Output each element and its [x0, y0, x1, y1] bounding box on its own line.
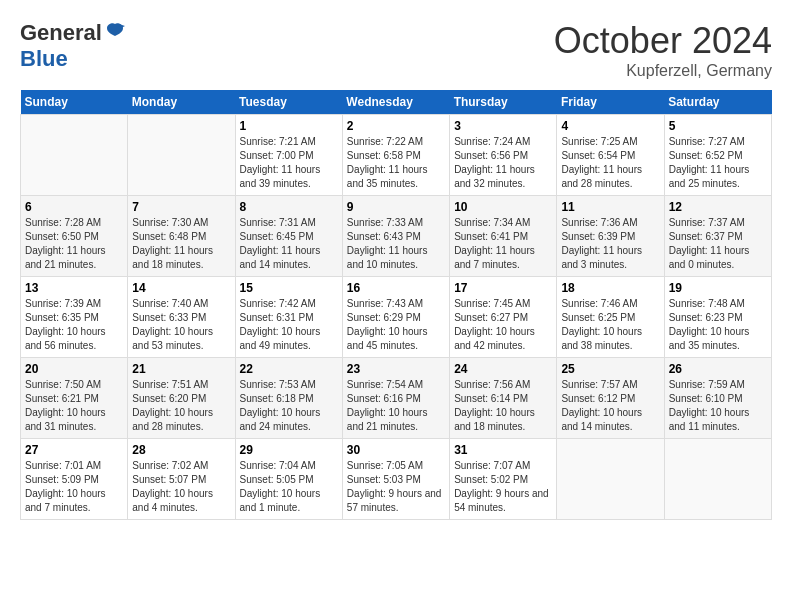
day-cell: 11Sunrise: 7:36 AMSunset: 6:39 PMDayligh…	[557, 196, 664, 277]
day-cell: 28Sunrise: 7:02 AMSunset: 5:07 PMDayligh…	[128, 439, 235, 520]
day-number: 19	[669, 281, 767, 295]
weekday-header-row: SundayMondayTuesdayWednesdayThursdayFrid…	[21, 90, 772, 115]
day-info: Sunrise: 7:51 AMSunset: 6:20 PMDaylight:…	[132, 378, 230, 434]
logo-general: General	[20, 20, 102, 46]
day-cell: 8Sunrise: 7:31 AMSunset: 6:45 PMDaylight…	[235, 196, 342, 277]
day-number: 25	[561, 362, 659, 376]
day-cell: 14Sunrise: 7:40 AMSunset: 6:33 PMDayligh…	[128, 277, 235, 358]
day-number: 3	[454, 119, 552, 133]
day-cell: 22Sunrise: 7:53 AMSunset: 6:18 PMDayligh…	[235, 358, 342, 439]
day-number: 13	[25, 281, 123, 295]
day-info: Sunrise: 7:42 AMSunset: 6:31 PMDaylight:…	[240, 297, 338, 353]
day-cell: 25Sunrise: 7:57 AMSunset: 6:12 PMDayligh…	[557, 358, 664, 439]
day-info: Sunrise: 7:30 AMSunset: 6:48 PMDaylight:…	[132, 216, 230, 272]
day-number: 26	[669, 362, 767, 376]
day-info: Sunrise: 7:05 AMSunset: 5:03 PMDaylight:…	[347, 459, 445, 515]
week-row-5: 27Sunrise: 7:01 AMSunset: 5:09 PMDayligh…	[21, 439, 772, 520]
header-friday: Friday	[557, 90, 664, 115]
day-number: 5	[669, 119, 767, 133]
day-cell: 12Sunrise: 7:37 AMSunset: 6:37 PMDayligh…	[664, 196, 771, 277]
day-info: Sunrise: 7:59 AMSunset: 6:10 PMDaylight:…	[669, 378, 767, 434]
day-cell: 13Sunrise: 7:39 AMSunset: 6:35 PMDayligh…	[21, 277, 128, 358]
day-cell: 30Sunrise: 7:05 AMSunset: 5:03 PMDayligh…	[342, 439, 449, 520]
day-info: Sunrise: 7:43 AMSunset: 6:29 PMDaylight:…	[347, 297, 445, 353]
header-sunday: Sunday	[21, 90, 128, 115]
day-info: Sunrise: 7:02 AMSunset: 5:07 PMDaylight:…	[132, 459, 230, 515]
month-title: October 2024	[554, 20, 772, 62]
day-cell	[557, 439, 664, 520]
day-cell: 2Sunrise: 7:22 AMSunset: 6:58 PMDaylight…	[342, 115, 449, 196]
header-tuesday: Tuesday	[235, 90, 342, 115]
day-info: Sunrise: 7:54 AMSunset: 6:16 PMDaylight:…	[347, 378, 445, 434]
day-number: 16	[347, 281, 445, 295]
day-info: Sunrise: 7:50 AMSunset: 6:21 PMDaylight:…	[25, 378, 123, 434]
day-number: 31	[454, 443, 552, 457]
week-row-3: 13Sunrise: 7:39 AMSunset: 6:35 PMDayligh…	[21, 277, 772, 358]
day-cell: 23Sunrise: 7:54 AMSunset: 6:16 PMDayligh…	[342, 358, 449, 439]
day-cell	[664, 439, 771, 520]
day-number: 24	[454, 362, 552, 376]
day-cell: 24Sunrise: 7:56 AMSunset: 6:14 PMDayligh…	[450, 358, 557, 439]
day-cell: 15Sunrise: 7:42 AMSunset: 6:31 PMDayligh…	[235, 277, 342, 358]
day-number: 23	[347, 362, 445, 376]
day-info: Sunrise: 7:24 AMSunset: 6:56 PMDaylight:…	[454, 135, 552, 191]
day-info: Sunrise: 7:01 AMSunset: 5:09 PMDaylight:…	[25, 459, 123, 515]
header-saturday: Saturday	[664, 90, 771, 115]
day-number: 9	[347, 200, 445, 214]
day-number: 22	[240, 362, 338, 376]
day-number: 6	[25, 200, 123, 214]
day-number: 18	[561, 281, 659, 295]
header-wednesday: Wednesday	[342, 90, 449, 115]
day-cell: 21Sunrise: 7:51 AMSunset: 6:20 PMDayligh…	[128, 358, 235, 439]
day-cell: 29Sunrise: 7:04 AMSunset: 5:05 PMDayligh…	[235, 439, 342, 520]
day-number: 14	[132, 281, 230, 295]
day-info: Sunrise: 7:40 AMSunset: 6:33 PMDaylight:…	[132, 297, 230, 353]
calendar-table: SundayMondayTuesdayWednesdayThursdayFrid…	[20, 90, 772, 520]
day-cell: 17Sunrise: 7:45 AMSunset: 6:27 PMDayligh…	[450, 277, 557, 358]
logo-blue: Blue	[20, 46, 68, 71]
header-thursday: Thursday	[450, 90, 557, 115]
day-info: Sunrise: 7:04 AMSunset: 5:05 PMDaylight:…	[240, 459, 338, 515]
title-area: October 2024 Kupferzell, Germany	[554, 20, 772, 80]
day-number: 15	[240, 281, 338, 295]
day-cell	[128, 115, 235, 196]
day-cell: 9Sunrise: 7:33 AMSunset: 6:43 PMDaylight…	[342, 196, 449, 277]
day-cell: 7Sunrise: 7:30 AMSunset: 6:48 PMDaylight…	[128, 196, 235, 277]
page-header: General Blue October 2024 Kupferzell, Ge…	[20, 20, 772, 80]
day-info: Sunrise: 7:28 AMSunset: 6:50 PMDaylight:…	[25, 216, 123, 272]
day-cell: 16Sunrise: 7:43 AMSunset: 6:29 PMDayligh…	[342, 277, 449, 358]
week-row-4: 20Sunrise: 7:50 AMSunset: 6:21 PMDayligh…	[21, 358, 772, 439]
day-number: 28	[132, 443, 230, 457]
day-info: Sunrise: 7:34 AMSunset: 6:41 PMDaylight:…	[454, 216, 552, 272]
day-cell: 20Sunrise: 7:50 AMSunset: 6:21 PMDayligh…	[21, 358, 128, 439]
day-number: 21	[132, 362, 230, 376]
day-cell: 26Sunrise: 7:59 AMSunset: 6:10 PMDayligh…	[664, 358, 771, 439]
day-cell: 4Sunrise: 7:25 AMSunset: 6:54 PMDaylight…	[557, 115, 664, 196]
day-number: 10	[454, 200, 552, 214]
day-number: 12	[669, 200, 767, 214]
day-number: 20	[25, 362, 123, 376]
day-cell	[21, 115, 128, 196]
day-info: Sunrise: 7:33 AMSunset: 6:43 PMDaylight:…	[347, 216, 445, 272]
location: Kupferzell, Germany	[554, 62, 772, 80]
week-row-2: 6Sunrise: 7:28 AMSunset: 6:50 PMDaylight…	[21, 196, 772, 277]
day-info: Sunrise: 7:53 AMSunset: 6:18 PMDaylight:…	[240, 378, 338, 434]
day-info: Sunrise: 7:56 AMSunset: 6:14 PMDaylight:…	[454, 378, 552, 434]
day-number: 17	[454, 281, 552, 295]
day-cell: 18Sunrise: 7:46 AMSunset: 6:25 PMDayligh…	[557, 277, 664, 358]
day-number: 30	[347, 443, 445, 457]
day-cell: 3Sunrise: 7:24 AMSunset: 6:56 PMDaylight…	[450, 115, 557, 196]
logo: General Blue	[20, 20, 125, 72]
day-number: 2	[347, 119, 445, 133]
day-number: 11	[561, 200, 659, 214]
day-cell: 6Sunrise: 7:28 AMSunset: 6:50 PMDaylight…	[21, 196, 128, 277]
day-cell: 5Sunrise: 7:27 AMSunset: 6:52 PMDaylight…	[664, 115, 771, 196]
header-monday: Monday	[128, 90, 235, 115]
day-info: Sunrise: 7:07 AMSunset: 5:02 PMDaylight:…	[454, 459, 552, 515]
day-info: Sunrise: 7:45 AMSunset: 6:27 PMDaylight:…	[454, 297, 552, 353]
day-number: 7	[132, 200, 230, 214]
day-info: Sunrise: 7:36 AMSunset: 6:39 PMDaylight:…	[561, 216, 659, 272]
logo-bird-icon	[105, 22, 125, 40]
day-number: 1	[240, 119, 338, 133]
day-info: Sunrise: 7:25 AMSunset: 6:54 PMDaylight:…	[561, 135, 659, 191]
